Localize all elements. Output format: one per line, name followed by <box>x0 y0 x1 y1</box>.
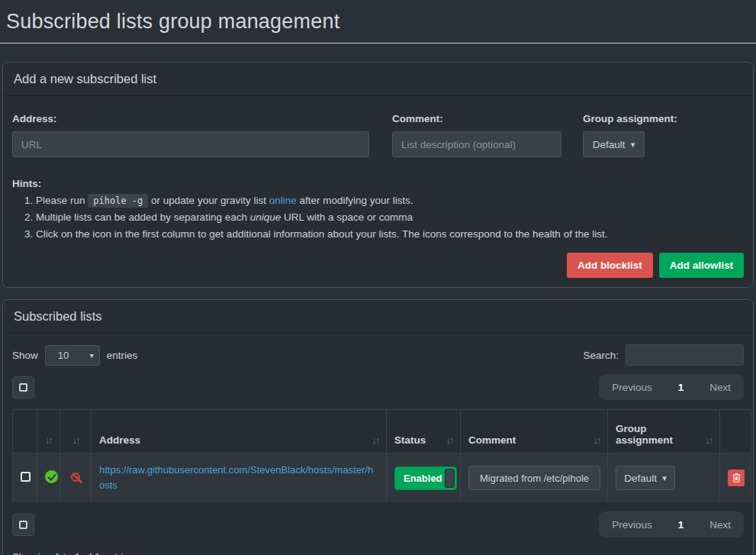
sort-icon: ↓↑ <box>706 435 713 446</box>
pagination-bottom: Previous 1 Next <box>599 511 744 537</box>
hint1-text2: or update your gravity list <box>148 195 269 206</box>
header-comment-label: Comment <box>468 434 516 446</box>
checkbox-square-icon <box>19 383 27 392</box>
search-label: Search: <box>583 350 619 361</box>
header-address[interactable]: Address↓↑ <box>92 410 387 453</box>
search-input[interactable] <box>626 344 744 366</box>
pihole-g-code: pihole -g <box>88 194 148 208</box>
previous-page-button[interactable]: Previous <box>599 519 665 531</box>
caret-down-icon: ▾ <box>631 140 635 149</box>
row-comment-input[interactable] <box>468 466 600 490</box>
list-address-link[interactable]: https://raw.githubusercontent.com/Steven… <box>99 464 373 491</box>
group-assignment-value: Default <box>593 139 626 150</box>
table-header-row: ↓↑ ↓↑ Address↓↑ Status↓↑ Comment↓↑ Group <box>13 410 751 453</box>
status-enabled-toggle[interactable]: Enabled <box>394 466 457 490</box>
add-allowlist-button[interactable]: Add allowlist <box>659 253 744 278</box>
page-header: Subscribed lists group management <box>0 0 756 44</box>
header-health-sort[interactable]: ↓↑ <box>37 410 60 453</box>
hint2-text: Multiple lists can be added by separatin… <box>36 211 250 223</box>
select-all-button-top[interactable] <box>12 376 34 399</box>
comment-input[interactable] <box>392 131 561 157</box>
hint1-text: Please run <box>36 195 88 206</box>
sort-icon: ↓↑ <box>446 435 453 446</box>
page-length-control: Show 10 ▾ entries <box>12 345 137 366</box>
search-control: Search: <box>583 344 744 366</box>
next-page-button[interactable]: Next <box>696 519 744 531</box>
subscribed-lists-panel: Subscribed lists Show 10 ▾ entries Searc… <box>2 299 754 555</box>
delete-list-button[interactable] <box>728 469 745 486</box>
subscribed-lists-panel-title: Subscribed lists <box>3 300 753 334</box>
previous-page-button[interactable]: Previous <box>599 382 665 393</box>
hint-item: Please run pihole -g or update your grav… <box>36 195 744 206</box>
add-blocklist-button[interactable]: Add blocklist <box>567 253 653 278</box>
sort-icon: ↓↑ <box>372 435 379 446</box>
header-comment[interactable]: Comment↓↑ <box>461 410 608 453</box>
hints-block: Hints: Please run pihole -g or update yo… <box>12 178 744 240</box>
group-assignment-label: Group assignment: <box>583 113 744 124</box>
hint-item: Click on the icon in the first column to… <box>36 228 744 240</box>
header-status[interactable]: Status↓↑ <box>387 410 461 453</box>
header-ban-sort[interactable]: ↓↑ <box>60 410 92 453</box>
hint1-text3: after modifying your lists. <box>297 195 413 206</box>
address-input[interactable] <box>12 131 369 157</box>
sort-icon: ↓↑ <box>45 435 52 446</box>
select-all-button-bottom[interactable] <box>12 514 34 536</box>
subscribed-lists-table: ↓↑ ↓↑ Address↓↑ Status↓↑ Comment↓↑ Group <box>12 409 751 503</box>
hint3-text: Click on the icon in the first column to… <box>36 228 607 240</box>
status-label: Enabled <box>404 473 442 484</box>
hint-item: Multiple lists can be added by separatin… <box>36 211 744 223</box>
page-title: Subscribed lists group management <box>6 10 339 34</box>
sort-icon: ↓↑ <box>594 435 600 446</box>
row-group-dropdown[interactable]: Default ▾ <box>616 466 675 490</box>
address-label: Address: <box>12 113 392 124</box>
header-address-label: Address <box>99 434 140 446</box>
add-list-panel-title: Add a new subscribed list <box>3 63 753 96</box>
list-ban-icon[interactable] <box>71 473 80 482</box>
next-page-button[interactable]: Next <box>696 382 744 393</box>
hint2-emphasis: unique <box>250 211 281 223</box>
comment-label: Comment: <box>392 113 583 124</box>
sort-icon: ↓↑ <box>72 435 79 446</box>
current-page-number[interactable]: 1 <box>665 519 697 531</box>
pagination-top: Previous 1 Next <box>599 374 744 400</box>
current-page-number[interactable]: 1 <box>665 382 697 393</box>
add-list-panel: Add a new subscribed list Address: Comme… <box>2 62 754 288</box>
entries-label: entries <box>107 350 138 361</box>
hints-title: Hints: <box>12 178 41 189</box>
header-select <box>13 410 37 453</box>
online-link[interactable]: online <box>269 195 297 206</box>
checkbox-square-icon <box>19 521 27 529</box>
page-length-select[interactable]: 10 <box>45 345 100 366</box>
list-health-ok-icon[interactable] <box>45 470 58 483</box>
show-label: Show <box>12 350 38 361</box>
header-group-assignment[interactable]: Group assignment↓↑ <box>608 410 720 453</box>
table-row: https://raw.githubusercontent.com/Steven… <box>13 453 751 503</box>
entries-summary: Showing 1 to 1 of 1 entries <box>12 551 744 555</box>
toggle-knob <box>445 469 455 488</box>
header-status-label: Status <box>394 434 426 446</box>
caret-down-icon: ▾ <box>662 474 667 482</box>
header-group-label: Group assignment <box>616 423 703 446</box>
row-group-value: Default <box>624 473 657 484</box>
trash-icon <box>732 473 741 482</box>
header-actions <box>720 410 751 453</box>
add-list-form: Address: Comment: Group assignment: Defa… <box>12 105 744 157</box>
row-checkbox[interactable] <box>21 472 31 482</box>
group-assignment-dropdown[interactable]: Default ▾ <box>583 131 645 157</box>
hint2-text2: URL with a space or comma <box>281 211 413 223</box>
